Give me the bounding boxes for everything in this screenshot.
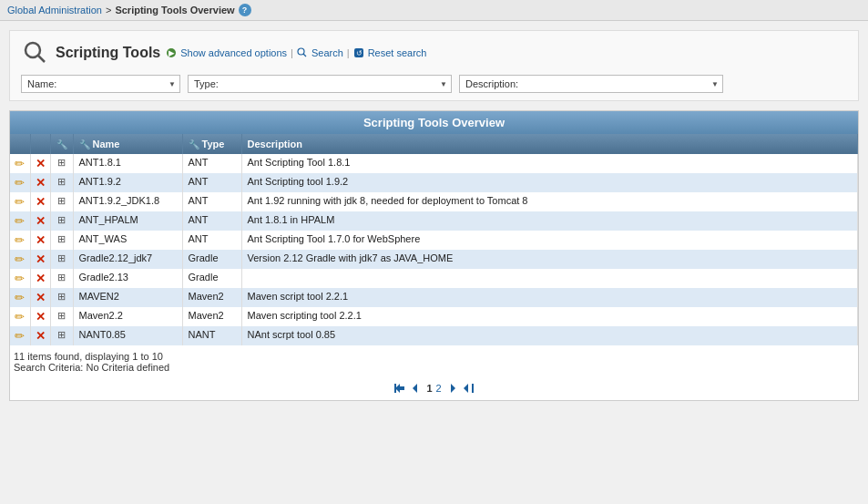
table-row: ✏✕⊞ANT_WASANTAnt Scripting Tool 1.7.0 fo…: [10, 231, 858, 250]
table-row: ✏✕⊞Gradle2.13Gradle: [10, 269, 858, 288]
tool-icon-cell: ⊞: [50, 192, 73, 211]
search-links: ▶ Show advanced options | Search | ↺ Res…: [166, 47, 426, 58]
result-summary: 11 items found, displaying 1 to 10: [14, 351, 854, 362]
edit-cell: ✏: [10, 154, 30, 173]
table-row: ✏✕⊞MAVEN2Maven2Maven script tool 2.2.1: [10, 288, 858, 307]
edit-cell: ✏: [10, 173, 30, 192]
name-cell: Gradle2.13: [73, 269, 182, 288]
type-cell: Maven2: [182, 288, 241, 307]
row-tool-icon: ⊞: [57, 291, 66, 302]
name-cell: Maven2.2: [73, 307, 182, 326]
row-tool-icon: ⊞: [57, 214, 66, 225]
row-tool-icon: ⊞: [57, 233, 66, 244]
page-2-link[interactable]: 2: [436, 383, 442, 394]
edit-icon[interactable]: ✏: [15, 272, 25, 285]
table-row: ✏✕⊞ANT_HPALMANTAnt 1.8.1 in HPALM: [10, 211, 858, 231]
name-filter[interactable]: Name:: [21, 75, 180, 93]
type-filter-group: Type:: [188, 75, 452, 93]
description-cell: Maven script tool 2.2.1: [241, 288, 858, 307]
description-filter[interactable]: Description:: [459, 75, 723, 93]
page-1-link[interactable]: 1: [426, 383, 432, 394]
prev-page-button[interactable]: [410, 382, 423, 395]
edit-icon[interactable]: ✏: [15, 233, 25, 247]
svg-text:↺: ↺: [355, 49, 362, 57]
type-cell: Maven2: [182, 307, 241, 326]
description-cell: Ant Scripting Tool 1.8.1: [241, 154, 858, 173]
tool-icon-cell: ⊞: [50, 307, 73, 326]
delete-icon[interactable]: ✕: [36, 291, 46, 304]
delete-icon[interactable]: ✕: [36, 329, 46, 343]
description-cell: Ant Scripting Tool 1.7.0 for WebSphere: [241, 231, 858, 250]
name-cell: ANT1.8.1: [73, 154, 182, 173]
scripting-tools-table: 🔧 🔧 Name 🔧 Type: [10, 134, 858, 345]
edit-cell: ✏: [10, 326, 30, 345]
tool-icon-cell: ⊞: [50, 250, 73, 269]
description-cell: Ant 1.92 running with jdk 8, needed for …: [241, 192, 858, 211]
delete-icon[interactable]: ✕: [36, 195, 46, 209]
delete-icon[interactable]: ✕: [36, 233, 46, 247]
svg-line-1: [38, 56, 45, 62]
row-tool-icon: ⊞: [57, 252, 66, 263]
help-icon[interactable]: ?: [239, 4, 251, 16]
edit-icon[interactable]: ✏: [15, 310, 25, 324]
delete-icon[interactable]: ✕: [36, 252, 46, 266]
row-tool-icon: ⊞: [57, 157, 66, 168]
name-cell: ANT1.9.2_JDK1.8: [73, 192, 182, 211]
search-link[interactable]: Search: [297, 47, 343, 58]
type-filter[interactable]: Type:: [188, 75, 452, 93]
description-cell: Maven scripting tool 2.2.1: [241, 307, 858, 326]
description-cell: [241, 269, 858, 288]
delete-cell: ✕: [30, 192, 50, 211]
table-container: Scripting Tools Overview 🔧 🔧 Name: [9, 110, 859, 401]
table-row: ✏✕⊞ANT1.9.2ANTAnt Scripting tool 1.9.2: [10, 173, 858, 192]
edit-icon[interactable]: ✏: [15, 214, 25, 228]
breadcrumb-global-admin[interactable]: Global Administration: [7, 5, 102, 15]
edit-icon[interactable]: ✏: [15, 329, 25, 343]
col-edit-header: [10, 134, 30, 154]
delete-cell: ✕: [30, 326, 50, 345]
name-cell: NANT0.85: [73, 326, 182, 345]
delete-icon[interactable]: ✕: [36, 310, 46, 324]
table-row: ✏✕⊞NANT0.85NANTNAnt scrpt tool 0.85: [10, 326, 858, 345]
delete-icon[interactable]: ✕: [36, 176, 46, 190]
last-page-button[interactable]: [462, 382, 475, 395]
search-criteria: Search Criteria: No Criteria defined: [14, 362, 854, 373]
edit-icon[interactable]: ✏: [15, 157, 25, 170]
table-row: ✏✕⊞ANT1.9.2_JDK1.8ANTAnt 1.92 running wi…: [10, 192, 858, 211]
tool-icon-cell: ⊞: [50, 231, 73, 250]
name-filter-wrapper: Name:: [21, 75, 180, 93]
first-page-button[interactable]: [393, 382, 406, 395]
reset-search-link[interactable]: ↺ Reset search: [353, 47, 427, 58]
search-title: Scripting Tools: [56, 45, 160, 61]
description-filter-group: Description:: [459, 75, 723, 93]
delete-icon[interactable]: ✕: [36, 157, 46, 170]
delete-cell: ✕: [30, 211, 50, 231]
tool-icon-cell: ⊞: [50, 154, 73, 173]
delete-icon[interactable]: ✕: [36, 272, 46, 285]
next-page-button[interactable]: [445, 382, 458, 395]
edit-icon[interactable]: ✏: [15, 195, 25, 209]
main-content: Scripting Tools ▶ Show advanced options …: [0, 21, 868, 410]
edit-cell: ✏: [10, 269, 30, 288]
edit-icon[interactable]: ✏: [15, 252, 25, 266]
type-cell: ANT: [182, 173, 241, 192]
svg-text:▶: ▶: [168, 49, 175, 57]
edit-cell: ✏: [10, 250, 30, 269]
delete-cell: ✕: [30, 173, 50, 192]
tool-icon-cell: ⊞: [50, 269, 73, 288]
name-cell: Gradle2.12_jdk7: [73, 250, 182, 269]
name-cell: ANT_WAS: [73, 231, 182, 250]
row-tool-icon: ⊞: [57, 272, 66, 283]
delete-icon[interactable]: ✕: [36, 214, 46, 228]
search-header: Scripting Tools ▶ Show advanced options …: [21, 38, 847, 67]
name-cell: ANT_HPALM: [73, 211, 182, 231]
delete-cell: ✕: [30, 288, 50, 307]
svg-point-4: [298, 48, 304, 55]
row-tool-icon: ⊞: [57, 310, 66, 321]
name-filter-group: Name:: [21, 75, 180, 93]
edit-icon[interactable]: ✏: [15, 291, 25, 304]
show-advanced-link[interactable]: ▶ Show advanced options: [166, 47, 287, 58]
delete-cell: ✕: [30, 269, 50, 288]
svg-marker-12: [464, 384, 468, 393]
edit-icon[interactable]: ✏: [15, 176, 25, 190]
